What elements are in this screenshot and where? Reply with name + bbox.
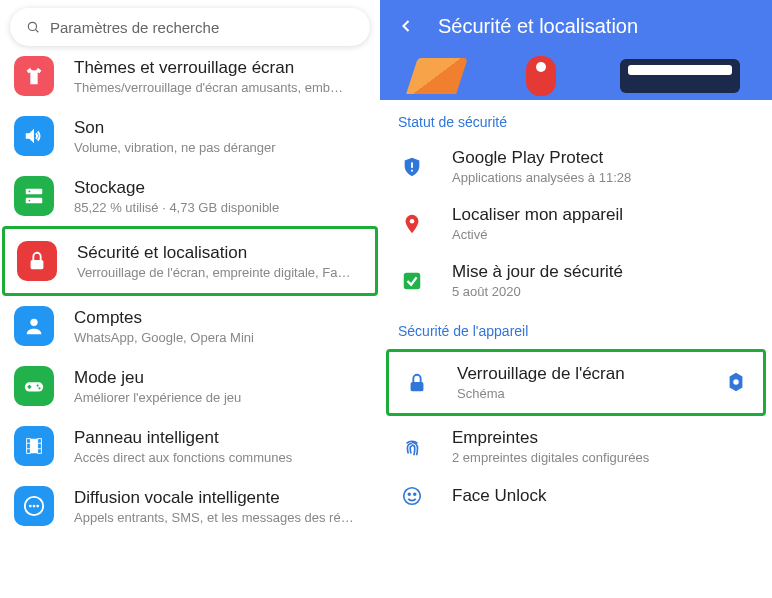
search-placeholder: Paramètres de recherche — [50, 19, 219, 36]
item-title: Son — [74, 118, 366, 138]
item-text: Mise à jour de sécurité 5 août 2020 — [452, 262, 754, 299]
settings-item-lock[interactable]: Sécurité et localisation Verrouillage de… — [2, 226, 378, 296]
svg-rect-3 — [26, 198, 43, 204]
item-subtitle: Schéma — [457, 386, 699, 401]
item-title: Empreintes — [452, 428, 754, 448]
hero-pin-icon — [526, 56, 556, 96]
item-title: Verrouillage de l'écran — [457, 364, 699, 384]
svg-line-1 — [36, 30, 39, 33]
item-subtitle: Applications analysées à 11:28 — [452, 170, 754, 185]
item-subtitle: Activé — [452, 227, 754, 242]
svg-point-9 — [37, 384, 39, 386]
section-status: Statut de sécurité — [380, 100, 772, 138]
item-text: Sécurité et localisation Verrouillage de… — [77, 241, 363, 280]
game-icon — [14, 366, 54, 406]
item-subtitle: Améliorer l'expérience de jeu — [74, 390, 366, 405]
item-title: Face Unlock — [452, 486, 754, 506]
item-title: Stockage — [74, 178, 366, 198]
svg-point-10 — [38, 387, 40, 389]
lock-icon — [17, 241, 57, 281]
header-bar: Sécurité et localisation — [380, 0, 772, 52]
svg-rect-24 — [411, 382, 424, 391]
svg-point-0 — [28, 22, 36, 30]
item-text: Empreintes 2 empreintes digitales config… — [452, 428, 754, 465]
item-subtitle: 2 empreintes digitales configurées — [452, 450, 754, 465]
hero-banner — [380, 52, 772, 100]
header-title: Sécurité et localisation — [438, 15, 638, 38]
lock-icon — [403, 372, 431, 394]
settings-item-film[interactable]: Panneau intelligent Accès direct aux fon… — [0, 416, 380, 476]
svg-point-18 — [33, 505, 36, 508]
item-subtitle: WhatsApp, Google, Opera Mini — [74, 330, 366, 345]
gear-icon[interactable] — [725, 371, 749, 395]
svg-rect-12 — [27, 439, 31, 454]
security-item-map-pin[interactable]: Localiser mon appareil Activé — [380, 195, 772, 252]
item-title: Google Play Protect — [452, 148, 754, 168]
settings-item-speaker[interactable]: Son Volume, vibration, ne pas déranger — [0, 106, 380, 166]
item-text: Stockage 85,22 % utilisé · 4,73 GB dispo… — [74, 176, 366, 215]
item-text: Comptes WhatsApp, Google, Opera Mini — [74, 306, 366, 345]
item-text: Face Unlock — [452, 486, 754, 506]
svg-rect-6 — [31, 260, 44, 269]
settings-item-person[interactable]: Comptes WhatsApp, Google, Opera Mini — [0, 296, 380, 356]
svg-point-29 — [414, 493, 416, 495]
svg-rect-23 — [404, 272, 421, 289]
svg-point-4 — [29, 191, 31, 193]
svg-rect-13 — [38, 439, 42, 454]
map-pin-icon — [398, 213, 426, 235]
item-text: Son Volume, vibration, ne pas déranger — [74, 116, 366, 155]
settings-list-panel: Paramètres de recherche Thèmes et verrou… — [0, 0, 380, 598]
back-button[interactable] — [396, 16, 416, 36]
film-icon — [14, 426, 54, 466]
security-item-fingerprint[interactable]: Empreintes 2 empreintes digitales config… — [380, 418, 772, 475]
item-subtitle: 85,22 % utilisé · 4,73 GB disponible — [74, 200, 366, 215]
status-list: Google Play Protect Applications analysé… — [380, 138, 772, 309]
item-subtitle: Volume, vibration, ne pas déranger — [74, 140, 366, 155]
item-subtitle: 5 août 2020 — [452, 284, 754, 299]
fingerprint-icon — [398, 436, 426, 458]
security-item-lock[interactable]: Verrouillage de l'écran Schéma — [386, 349, 766, 416]
svg-point-28 — [408, 493, 410, 495]
security-item-check[interactable]: Mise à jour de sécurité 5 août 2020 — [380, 252, 772, 309]
search-icon — [26, 20, 40, 34]
speaker-icon — [14, 116, 54, 156]
shield-alert-icon — [398, 156, 426, 178]
item-text: Panneau intelligent Accès direct aux fon… — [74, 426, 366, 465]
svg-point-17 — [29, 505, 32, 508]
settings-list: Thèmes et verrouillage écran Thèmes/verr… — [0, 54, 380, 536]
item-title: Thèmes et verrouillage écran — [74, 58, 366, 78]
svg-point-26 — [733, 379, 739, 385]
section-device: Sécurité de l'appareil — [380, 309, 772, 347]
svg-point-19 — [36, 505, 39, 508]
svg-rect-21 — [411, 169, 413, 171]
svg-rect-2 — [26, 189, 43, 195]
settings-item-dots[interactable]: Diffusion vocale intelligente Appels ent… — [0, 476, 380, 536]
item-subtitle: Appels entrants, SMS, et les messages de… — [74, 510, 366, 525]
search-bar[interactable]: Paramètres de recherche — [10, 8, 370, 46]
svg-rect-20 — [411, 162, 413, 168]
person-icon — [14, 306, 54, 346]
item-subtitle: Accès direct aux fonctions communes — [74, 450, 366, 465]
item-title: Mode jeu — [74, 368, 366, 388]
item-text: Thèmes et verrouillage écran Thèmes/verr… — [74, 56, 366, 95]
storage-icon — [14, 176, 54, 216]
item-title: Mise à jour de sécurité — [452, 262, 754, 282]
item-subtitle: Thèmes/verrouillage d'écran amusants, em… — [74, 80, 366, 95]
item-text: Diffusion vocale intelligente Appels ent… — [74, 486, 366, 525]
settings-item-storage[interactable]: Stockage 85,22 % utilisé · 4,73 GB dispo… — [0, 166, 380, 226]
settings-item-game[interactable]: Mode jeu Améliorer l'expérience de jeu — [0, 356, 380, 416]
dots-icon — [14, 486, 54, 526]
face-icon — [398, 485, 426, 507]
item-title: Comptes — [74, 308, 366, 328]
item-subtitle: Verrouillage de l'écran, empreinte digit… — [77, 265, 363, 280]
item-text: Mode jeu Améliorer l'expérience de jeu — [74, 366, 366, 405]
security-item-face[interactable]: Face Unlock — [380, 475, 772, 517]
svg-point-7 — [30, 319, 37, 326]
item-title: Sécurité et localisation — [77, 243, 363, 263]
security-item-shield-alert[interactable]: Google Play Protect Applications analysé… — [380, 138, 772, 195]
device-security-list: Verrouillage de l'écran Schéma Empreinte… — [380, 349, 772, 517]
hero-decoration — [406, 58, 468, 94]
check-icon — [398, 270, 426, 292]
item-title: Panneau intelligent — [74, 428, 366, 448]
settings-item-shirt[interactable]: Thèmes et verrouillage écran Thèmes/verr… — [0, 54, 380, 106]
